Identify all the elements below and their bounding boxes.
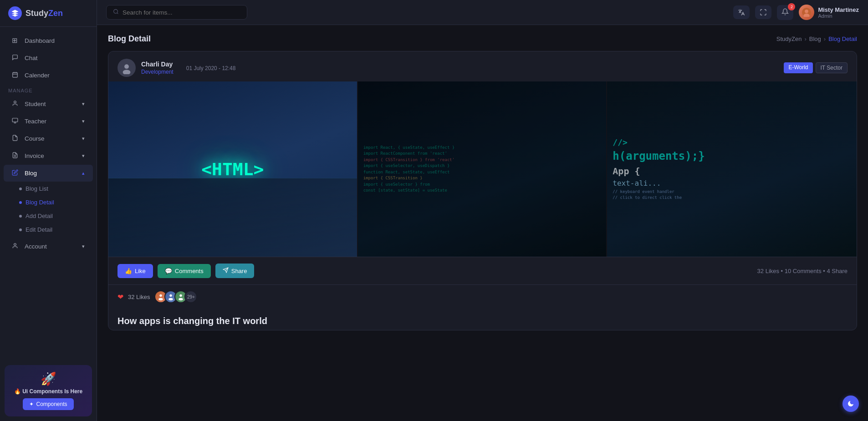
sidebar-subitem-add-detail[interactable]: Add Detail bbox=[4, 209, 93, 223]
sidebar-subitem-label: Add Detail bbox=[26, 213, 53, 219]
blog-images: import React, { useState, useEffect } im… bbox=[108, 81, 857, 257]
sidebar-item-label: Calender bbox=[25, 72, 50, 79]
svg-line-12 bbox=[117, 13, 118, 14]
chat-icon bbox=[12, 54, 20, 62]
author-details: Charli Day Development bbox=[141, 61, 174, 75]
more-likers-avatar: 29+ bbox=[184, 290, 197, 303]
blog-card: Charli Day Development 01 July 2020 - 12… bbox=[108, 51, 857, 330]
author-date: 01 July 2020 - 12:48 bbox=[186, 65, 236, 71]
components-icon: ✦ bbox=[29, 401, 34, 407]
heart-icon: ❤ bbox=[117, 293, 123, 301]
sidebar-item-blog[interactable]: Blog ▴ bbox=[4, 165, 93, 182]
theme-toggle-button[interactable] bbox=[842, 396, 859, 412]
chevron-down-icon: ▾ bbox=[82, 101, 85, 107]
promo-card: 🚀 🔥 Ui Components Is Here ✦ Components bbox=[5, 365, 92, 416]
sidebar-item-chat[interactable]: Chat bbox=[4, 50, 93, 66]
breadcrumb-home[interactable]: StudyZen bbox=[776, 36, 802, 42]
blog-image-2: import React, { useState, useEffect } im… bbox=[358, 81, 608, 257]
sidebar-subitem-label: Blog Detail bbox=[26, 199, 54, 206]
blog-tags: E-World IT Sector bbox=[784, 62, 848, 73]
breadcrumb-sep2: › bbox=[824, 36, 826, 42]
svg-rect-0 bbox=[13, 72, 18, 77]
invoice-icon bbox=[12, 152, 20, 160]
student-icon bbox=[12, 100, 20, 108]
svg-point-26 bbox=[179, 298, 183, 300]
dot-icon bbox=[19, 228, 22, 231]
search-bar[interactable] bbox=[106, 5, 247, 20]
page-title: Blog Detail bbox=[108, 34, 151, 44]
sidebar-item-dashboard[interactable]: ⊞ Dashboard bbox=[4, 32, 93, 49]
chevron-up-icon: ▴ bbox=[82, 170, 85, 176]
calendar-icon bbox=[12, 71, 20, 79]
dot-active-icon bbox=[19, 201, 22, 204]
user-details: Misty Martinez Admin bbox=[818, 6, 859, 19]
logo[interactable]: StudyZen bbox=[0, 0, 97, 27]
notification-badge: 2 bbox=[788, 3, 795, 10]
sidebar-subitem-edit-detail[interactable]: Edit Detail bbox=[4, 223, 93, 236]
promo-btn-label: Components bbox=[36, 401, 67, 407]
like-label: Like bbox=[135, 268, 146, 274]
sidebar-item-label: Teacher bbox=[25, 118, 46, 125]
avatars-row: 29+ bbox=[154, 290, 197, 303]
sidebar-item-invoice[interactable]: Invoice ▾ bbox=[4, 147, 93, 164]
sidebar: StudyZen ⊞ Dashboard Chat Calender Manag… bbox=[0, 0, 97, 421]
search-icon bbox=[113, 9, 119, 16]
dashboard-icon: ⊞ bbox=[12, 36, 20, 45]
share-label: Share bbox=[231, 268, 247, 274]
svg-point-14 bbox=[805, 10, 809, 13]
account-icon bbox=[12, 243, 20, 250]
user-role: Admin bbox=[818, 13, 859, 19]
sidebar-item-account[interactable]: Account ▾ bbox=[4, 238, 93, 255]
comment-icon: 💬 bbox=[165, 268, 172, 274]
sidebar-item-label: Blog bbox=[25, 170, 37, 177]
fullscreen-button[interactable] bbox=[755, 5, 771, 19]
blog-image-3: //> h(arguments);} App { text-ali... // … bbox=[607, 81, 857, 257]
sidebar-item-label: Course bbox=[25, 135, 45, 142]
blog-stats: 32 Likes • 10 Comments • 4 Share bbox=[757, 268, 848, 274]
translate-button[interactable] bbox=[733, 5, 750, 19]
svg-point-10 bbox=[14, 243, 16, 246]
svg-point-11 bbox=[114, 10, 118, 14]
author-category: Development bbox=[141, 69, 174, 75]
blog-image-1 bbox=[108, 81, 358, 257]
main-content: 2 Misty Martinez Admin Blog Detail Study… bbox=[97, 0, 868, 421]
avatar bbox=[799, 5, 814, 20]
likes-row: ❤ 32 Likes 29+ bbox=[108, 284, 857, 309]
promo-text: 🔥 Ui Components Is Here bbox=[11, 388, 86, 395]
page-header: Blog Detail StudyZen › Blog › Blog Detai… bbox=[108, 34, 857, 44]
notifications-button[interactable]: 2 bbox=[777, 5, 793, 20]
chevron-down-icon: ▾ bbox=[82, 243, 85, 249]
code-overlay-3: //> h(arguments);} App { text-ali... // … bbox=[607, 81, 857, 257]
user-info[interactable]: Misty Martinez Admin bbox=[799, 5, 859, 20]
sidebar-item-calendar[interactable]: Calender bbox=[4, 67, 93, 84]
promo-icon: 🚀 bbox=[11, 371, 86, 386]
sidebar-item-course[interactable]: Course ▾ bbox=[4, 130, 93, 147]
tag-eworld: E-World bbox=[784, 62, 812, 73]
svg-point-25 bbox=[180, 294, 182, 297]
sidebar-item-teacher[interactable]: Teacher ▾ bbox=[4, 113, 93, 130]
svg-point-21 bbox=[160, 294, 162, 297]
breadcrumb-sep1: › bbox=[804, 36, 806, 42]
breadcrumb-active: Blog Detail bbox=[828, 36, 857, 42]
breadcrumb: StudyZen › Blog › Blog Detail bbox=[776, 36, 857, 42]
breadcrumb-blog[interactable]: Blog bbox=[809, 36, 821, 42]
tag-itsector: IT Sector bbox=[816, 62, 848, 73]
dot-icon bbox=[19, 215, 22, 218]
logo-icon bbox=[8, 6, 22, 20]
search-input[interactable] bbox=[123, 9, 240, 16]
author-avatar bbox=[117, 59, 136, 77]
share-button[interactable]: Share bbox=[215, 264, 255, 278]
blog-icon bbox=[12, 169, 20, 177]
sidebar-item-student[interactable]: Student ▾ bbox=[4, 96, 93, 112]
teacher-icon bbox=[12, 117, 20, 125]
header: 2 Misty Martinez Admin bbox=[97, 0, 868, 25]
promo-button[interactable]: ✦ Components bbox=[23, 398, 73, 410]
like-button[interactable]: 👍 Like bbox=[117, 264, 153, 278]
sidebar-item-label: Student bbox=[25, 101, 46, 107]
sidebar-subitem-blog-list[interactable]: Blog List bbox=[4, 182, 93, 195]
header-actions: 2 Misty Martinez Admin bbox=[733, 5, 859, 20]
sidebar-subitem-blog-detail[interactable]: Blog Detail bbox=[4, 196, 93, 209]
sidebar-item-label: Dashboard bbox=[25, 37, 55, 44]
comments-button[interactable]: 💬 Comments bbox=[158, 264, 211, 278]
sidebar-subitem-label: Blog List bbox=[26, 185, 48, 192]
